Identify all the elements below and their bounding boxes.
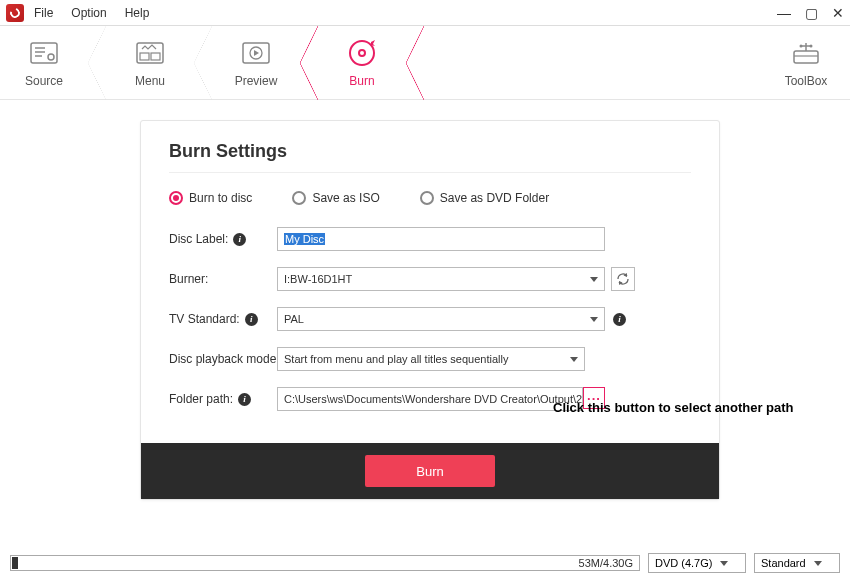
tab-source-label: Source <box>25 74 63 88</box>
radio-save-as-iso[interactable]: Save as ISO <box>292 191 379 205</box>
svg-point-19 <box>810 44 813 47</box>
capacity-bar: 53M/4.30G <box>10 555 640 571</box>
menu-bar: File Option Help <box>34 6 149 20</box>
toolbox-icon <box>791 38 821 68</box>
menu-help[interactable]: Help <box>125 6 150 20</box>
radio-label: Burn to disc <box>189 191 252 205</box>
caret-icon <box>570 357 578 362</box>
titlebar: File Option Help — ▢ ✕ <box>0 0 850 26</box>
quality-select[interactable]: Standard <box>754 553 840 573</box>
radio-icon <box>420 191 434 205</box>
radio-icon <box>169 191 183 205</box>
tv-standard-label: TV Standard: i <box>169 312 277 326</box>
panel-title: Burn Settings <box>169 141 691 162</box>
info-icon[interactable]: i <box>245 313 258 326</box>
svg-marker-10 <box>254 50 259 56</box>
source-icon <box>29 38 59 68</box>
burner-select[interactable]: I:BW-16D1HT <box>277 267 605 291</box>
burn-settings-panel: Burn Settings Burn to disc Save as ISO S… <box>140 120 720 500</box>
radio-burn-to-disc[interactable]: Burn to disc <box>169 191 252 205</box>
caret-icon <box>720 561 728 566</box>
info-icon[interactable]: i <box>233 233 246 246</box>
disc-label-label: Disc Label: i <box>169 232 277 246</box>
svg-marker-13 <box>371 40 375 46</box>
folder-path-input[interactable]: C:\Users\ws\Documents\Wondershare DVD Cr… <box>277 387 583 411</box>
chevron-icon <box>300 26 318 100</box>
svg-rect-6 <box>140 53 149 60</box>
menu-step-icon <box>135 38 165 68</box>
burner-label: Burner: <box>169 272 277 286</box>
caret-icon <box>590 317 598 322</box>
svg-point-11 <box>350 41 374 65</box>
window-controls: — ▢ ✕ <box>777 6 844 20</box>
burn-button[interactable]: Burn <box>365 455 495 487</box>
tab-burn[interactable]: Burn <box>318 26 406 99</box>
tab-menu[interactable]: Menu <box>106 26 194 99</box>
svg-rect-7 <box>151 53 160 60</box>
capacity-text: 53M/4.30G <box>579 556 633 570</box>
tab-toolbox[interactable]: ToolBox <box>762 26 850 99</box>
refresh-burner-button[interactable] <box>611 267 635 291</box>
chevron-icon <box>406 26 424 100</box>
tab-menu-label: Menu <box>135 74 165 88</box>
tab-source[interactable]: Source <box>0 26 88 99</box>
annotation-text: Click this button to select another path <box>553 400 794 415</box>
info-icon[interactable]: i <box>238 393 251 406</box>
folder-path-label: Folder path: i <box>169 392 277 406</box>
divider <box>169 172 691 173</box>
bottom-bar: 53M/4.30G DVD (4.7G) Standard <box>10 552 840 574</box>
caret-icon <box>814 561 822 566</box>
radio-icon <box>292 191 306 205</box>
chevron-icon <box>88 26 106 100</box>
radio-label: Save as ISO <box>312 191 379 205</box>
step-tabs: Source Menu Preview Burn ToolBox <box>0 26 850 100</box>
svg-point-12 <box>359 50 365 56</box>
svg-point-18 <box>800 44 803 47</box>
maximize-icon[interactable]: ▢ <box>805 6 818 20</box>
info-icon[interactable]: i <box>613 313 626 326</box>
close-icon[interactable]: ✕ <box>832 6 844 20</box>
tab-toolbox-label: ToolBox <box>785 74 828 88</box>
tab-burn-label: Burn <box>349 74 374 88</box>
tv-standard-select[interactable]: PAL <box>277 307 605 331</box>
tab-preview-label: Preview <box>235 74 278 88</box>
tab-preview[interactable]: Preview <box>212 26 300 99</box>
refresh-icon <box>616 272 630 286</box>
panel-footer: Burn <box>141 443 719 499</box>
svg-point-4 <box>48 54 54 60</box>
radio-save-as-dvd-folder[interactable]: Save as DVD Folder <box>420 191 549 205</box>
radio-label: Save as DVD Folder <box>440 191 549 205</box>
svg-rect-14 <box>794 51 818 63</box>
preview-icon <box>241 38 271 68</box>
disc-type-select[interactable]: DVD (4.7G) <box>648 553 746 573</box>
playback-mode-select[interactable]: Start from menu and play all titles sequ… <box>277 347 585 371</box>
disc-label-input[interactable]: My Disc <box>277 227 605 251</box>
caret-icon <box>590 277 598 282</box>
menu-option[interactable]: Option <box>71 6 106 20</box>
menu-file[interactable]: File <box>34 6 53 20</box>
minimize-icon[interactable]: — <box>777 6 791 20</box>
output-type-radios: Burn to disc Save as ISO Save as DVD Fol… <box>169 191 691 205</box>
app-icon <box>6 4 24 22</box>
chevron-icon <box>194 26 212 100</box>
burn-icon <box>347 38 377 68</box>
